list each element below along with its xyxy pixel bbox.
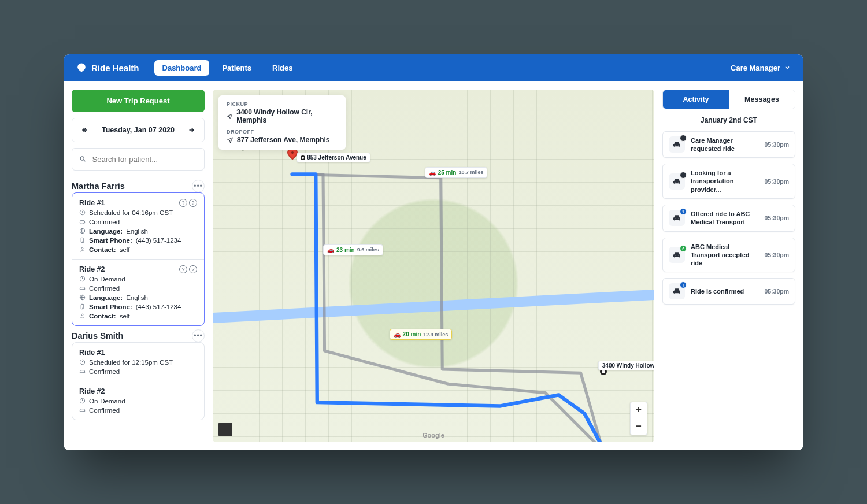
event-icon: i xyxy=(669,283,685,299)
user-menu[interactable]: Care Manager xyxy=(731,64,791,72)
pickup-label: PICKUP xyxy=(227,101,338,107)
event-time: 05:30pm xyxy=(764,251,789,258)
pickup-address: 3400 Windy Hollow Cir, Memphis xyxy=(236,108,338,124)
clock-icon xyxy=(79,398,86,404)
route-time-alt2[interactable]: 🚗 25 min10.7 miles xyxy=(425,167,488,178)
arrow-right-icon xyxy=(187,126,195,134)
ride-meta: Scheduled for 04:16pm CST xyxy=(79,209,197,216)
search-icon xyxy=(79,155,87,163)
nav-dashboard[interactable]: Dashboard xyxy=(154,60,210,76)
svg-point-4 xyxy=(81,247,83,249)
selected-date: Tuesday, Jan 07 2020 xyxy=(102,126,175,134)
ride-meta: On-Demand xyxy=(79,398,197,405)
event-time: 05:30pm xyxy=(764,141,789,148)
ride-meta: Confirmed xyxy=(79,368,197,375)
globe-icon xyxy=(79,294,86,301)
phone-icon xyxy=(79,237,86,243)
event-text: Ride is confirmed xyxy=(691,287,758,295)
event-icon: 1 xyxy=(669,210,685,226)
ride-card[interactable]: Ride #1Scheduled for 12:15pm CSTConfirme… xyxy=(72,343,204,381)
map[interactable]: Memphis 853 Jefferson Avenue 3400 Windy … xyxy=(213,90,654,442)
ride-card[interactable]: Ride #1??Scheduled for 04:16pm CSTConfir… xyxy=(72,193,204,260)
patient-menu-button[interactable]: ••• xyxy=(192,180,205,192)
arrow-icon xyxy=(227,113,233,120)
activity-event[interactable]: ✓ ABC Medical Transport accepted ride 05… xyxy=(662,238,795,273)
brand: Ride Health xyxy=(76,62,139,73)
clock-icon xyxy=(79,276,86,282)
ride-help[interactable]: ?? xyxy=(179,199,197,207)
clock-icon xyxy=(79,359,86,365)
ride-meta: Confirmed xyxy=(79,218,197,225)
date-picker: Tuesday, Jan 07 2020 xyxy=(72,118,205,142)
event-icon xyxy=(669,136,685,153)
nav-patients[interactable]: Patients xyxy=(214,60,260,76)
ride-meta: Language: English xyxy=(79,228,197,235)
phone-icon xyxy=(79,303,86,310)
address-card: PICKUP 3400 Windy Hollow Cir, Memphis DR… xyxy=(218,95,346,150)
route-time-primary[interactable]: 🚗 20 min12.9 miles xyxy=(390,329,453,340)
ride-meta: On-Demand xyxy=(79,276,197,283)
tab-activity[interactable]: Activity xyxy=(663,90,729,109)
destination-label: 853 Jefferson Avenue xyxy=(297,153,370,162)
app-window: Ride Health DashboardPatientsRides Care … xyxy=(64,54,803,450)
ride-title: Ride #1 xyxy=(79,349,105,357)
car-icon xyxy=(79,218,86,225)
event-text: ABC Medical Transport accepted ride xyxy=(691,243,758,268)
ride-meta: Confirmed xyxy=(79,285,197,292)
arrow-icon xyxy=(227,136,234,143)
ride-help[interactable]: ?? xyxy=(179,265,197,273)
patient-name: Martha Farris xyxy=(72,181,125,191)
google-logo: Google xyxy=(423,432,444,439)
brand-name: Ride Health xyxy=(91,63,139,73)
car-icon xyxy=(79,407,86,413)
activity-event[interactable]: i Ride is confirmed 05:30pm xyxy=(662,278,795,305)
event-time: 05:30pm xyxy=(764,214,789,221)
ride-group[interactable]: Ride #1??Scheduled for 04:16pm CSTConfir… xyxy=(72,192,205,326)
ride-meta: Scheduled for 12:15pm CST xyxy=(79,359,197,366)
ride-group[interactable]: Ride #1Scheduled for 12:15pm CSTConfirme… xyxy=(72,342,205,420)
ride-meta: Smart Phone: (443) 517-1234 xyxy=(79,303,197,310)
search-input[interactable] xyxy=(91,154,197,164)
route-time-alt1[interactable]: 🚗 23 min9.6 miles xyxy=(323,244,383,255)
top-bar: Ride Health DashboardPatientsRides Care … xyxy=(64,54,803,81)
events-date: January 2nd CST xyxy=(662,116,795,124)
activity-event[interactable]: Care Manager requested ride 05:30pm xyxy=(662,131,795,158)
zoom-out-button[interactable]: − xyxy=(631,418,647,435)
car-icon xyxy=(79,285,86,291)
user-role-label: Care Manager xyxy=(731,64,780,72)
dropoff-label: DROPOFF xyxy=(227,129,338,135)
chevron-down-icon xyxy=(784,64,791,71)
activity-event[interactable]: Looking for a transportation provider...… xyxy=(662,164,795,199)
zoom-in-button[interactable]: + xyxy=(631,402,647,418)
svg-point-0 xyxy=(80,157,84,160)
prev-day-button[interactable] xyxy=(78,123,92,137)
event-time: 05:30pm xyxy=(764,178,789,185)
patient-menu-button[interactable]: ••• xyxy=(192,329,205,342)
car-icon xyxy=(79,368,86,375)
patient-name: Darius Smith xyxy=(72,331,123,340)
streetview-thumb[interactable] xyxy=(218,423,232,436)
arrow-left-icon xyxy=(81,126,89,134)
event-text: Care Manager requested ride xyxy=(691,136,758,153)
dropoff-address: 877 Jefferson Ave, Memphis xyxy=(237,136,330,144)
ride-meta: Language: English xyxy=(79,294,197,301)
map-zoom: + − xyxy=(630,402,647,435)
ride-title: Ride #2 xyxy=(79,265,105,273)
person-icon xyxy=(79,246,86,253)
ride-meta: Confirmed xyxy=(79,407,197,414)
ride-title: Ride #1 xyxy=(79,199,105,207)
new-trip-button[interactable]: New Trip Request xyxy=(72,90,205,112)
person-icon xyxy=(79,313,86,319)
ride-card[interactable]: Ride #2??On-DemandConfirmedLanguage: Eng… xyxy=(72,260,204,325)
nav-rides[interactable]: Rides xyxy=(264,60,301,76)
left-panel: New Trip Request Tuesday, Jan 07 2020 Ma… xyxy=(72,90,205,442)
patient-search[interactable] xyxy=(72,148,205,171)
ride-meta: Contact: self xyxy=(79,313,197,320)
origin-label: 3400 Windy Hollow Cove xyxy=(598,361,654,370)
next-day-button[interactable] xyxy=(184,123,198,137)
ride-title: Ride #2 xyxy=(79,387,105,395)
activity-event[interactable]: 1 Offered ride to ABC Medical Transport … xyxy=(662,205,795,232)
ride-card[interactable]: Ride #2On-DemandConfirmed xyxy=(72,381,204,420)
clock-icon xyxy=(79,209,86,216)
tab-messages[interactable]: Messages xyxy=(729,90,795,109)
